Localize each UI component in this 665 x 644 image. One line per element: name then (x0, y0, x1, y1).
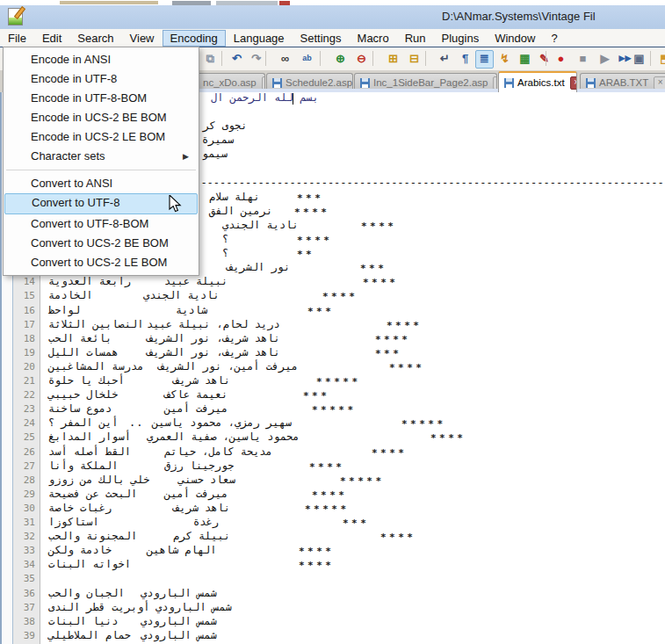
toolbar-separator (425, 51, 426, 66)
toolbar-separator (650, 51, 651, 66)
menubar-item-edit[interactable]: Edit (34, 30, 69, 47)
find-icon[interactable]: ∞ (277, 50, 293, 67)
encoding-menu: Encode in ANSIEncode in UTF-8Encode in U… (3, 47, 199, 276)
tab-label: nc_xDo.asp (203, 77, 257, 88)
menu-item-character-sets[interactable]: Character sets▶ (4, 147, 198, 166)
menu-item-convert-to-ucs-2-be-bom[interactable]: Convert to UCS-2 BE BOM (4, 234, 198, 253)
paste-icon[interactable]: ⧉ (202, 50, 219, 67)
menubar-item-search[interactable]: Search (69, 30, 121, 47)
mouse-cursor (169, 195, 183, 218)
document-switcher-icon[interactable]: ✎ (536, 50, 553, 67)
background-window-fragment (60, 1, 158, 4)
menu-item-convert-to-ansi[interactable]: Convert to ANSI (4, 174, 198, 193)
document-map-icon[interactable]: ▦ (517, 50, 533, 67)
toolbar-separator (546, 51, 546, 66)
macro-play-icon[interactable]: ▶ (596, 50, 613, 67)
tab-label: Inc_1SideBar_Page2.asp (373, 77, 488, 88)
menubar-item-help[interactable]: ? (543, 30, 565, 47)
menu-item-encode-in-ansi[interactable]: Encode in ANSI (4, 50, 198, 69)
menubar-item-window[interactable]: Window (487, 30, 543, 47)
menubar-item-run[interactable]: Run (397, 30, 434, 47)
menubar-item-macro[interactable]: Macro (350, 30, 397, 47)
redo-icon[interactable]: ↷ (248, 50, 264, 67)
close-icon[interactable]: × (654, 76, 665, 90)
macro-record-icon[interactable]: ● (553, 50, 569, 67)
tab-arabics-txt[interactable]: Arabics.txt× (498, 71, 577, 92)
menubar-item-settings[interactable]: Settings (293, 30, 350, 47)
menu-separator (6, 170, 196, 170)
menu-item-convert-to-ucs-2-le-bom[interactable]: Convert to UCS-2 LE BOM (4, 253, 198, 272)
tab-label: Arabics.txt (517, 77, 565, 88)
word-wrap-icon[interactable]: ↵ (437, 50, 453, 67)
saved-file-icon (504, 78, 514, 88)
menu-bar: FileEditSearchViewEncodingLanguageSettin… (0, 29, 665, 47)
macro-save-icon[interactable]: ▣ (631, 50, 647, 67)
toolbar-separator (221, 51, 222, 66)
sync-horizontal-icon[interactable]: ⊟ (406, 50, 423, 67)
zoom-in-icon[interactable]: ⊕ (332, 50, 349, 67)
menubar-item-language[interactable]: Language (226, 30, 293, 47)
close-icon[interactable]: × (493, 76, 497, 90)
saved-file-icon (360, 78, 370, 88)
zoom-out-icon[interactable]: ⊖ (353, 50, 370, 67)
menu-item-encode-in-ucs-2-be-bom[interactable]: Encode in UCS-2 BE BOM (4, 108, 198, 127)
macro-stop-icon[interactable]: ■ (575, 50, 591, 67)
saved-file-icon (586, 78, 596, 88)
function-list-icon[interactable]: ↯ (496, 50, 513, 67)
sync-vertical-icon[interactable]: ⊞ (385, 50, 401, 67)
close-icon[interactable]: × (570, 76, 577, 90)
menubar-item-encoding[interactable]: Encoding (163, 30, 226, 47)
saved-file-icon (272, 78, 282, 88)
submenu-arrow-icon: ▶ (183, 147, 189, 166)
indent-guide-icon[interactable]: ≣ (475, 50, 494, 69)
close-icon[interactable]: × (262, 76, 265, 90)
menubar-item-view[interactable]: View (122, 30, 163, 47)
menu-item-encode-in-ucs-2-le-bom[interactable]: Encode in UCS-2 LE BOM (4, 127, 198, 147)
menubar-item-plugins[interactable]: Plugins (434, 30, 488, 47)
show-all-characters-icon[interactable]: ¶ (457, 50, 473, 67)
tab-label: ARAB.TXT (599, 77, 648, 88)
window-title: D:\ANmar.Systems\Vintage Fil (442, 10, 665, 23)
toolbar-separator (372, 51, 373, 66)
toolbar-separator (265, 51, 266, 66)
title-bar: D:\ANmar.Systems\Vintage Fil (0, 5, 665, 30)
open-folder-icon[interactable]: ⬒ (657, 50, 665, 67)
replace-icon[interactable]: ab (299, 50, 315, 67)
menu-item-encode-in-utf-8-bom[interactable]: Encode in UTF-8-BOM (4, 89, 198, 108)
notepad-plus-plus-icon (8, 8, 23, 25)
undo-icon[interactable]: ↶ (228, 50, 245, 67)
toolbar-separator (320, 51, 321, 66)
tab-label: Schedule2.asp (286, 77, 352, 88)
menu-item-encode-in-utf-8[interactable]: Encode in UTF-8 (4, 69, 198, 89)
text-caret (293, 93, 293, 105)
menubar-item-file[interactable]: File (0, 30, 34, 47)
